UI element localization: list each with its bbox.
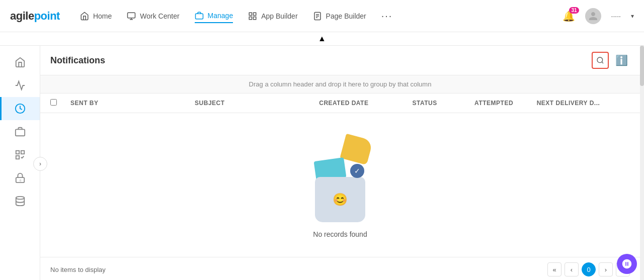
pagination-first[interactable]: « xyxy=(547,262,561,276)
user-icon xyxy=(588,11,598,21)
content-header: Notifications ℹ️ xyxy=(40,46,640,75)
empty-state: 😊 ✓ No records found xyxy=(40,113,640,257)
svg-rect-4 xyxy=(249,13,252,15)
sidebar-tasks-icon xyxy=(15,149,26,160)
check-badge: ✓ xyxy=(350,164,364,178)
pagination-next[interactable]: › xyxy=(599,262,613,276)
nav-page-builder-label: Page Builder xyxy=(326,12,366,20)
nav-more[interactable]: ··· xyxy=(381,10,393,22)
nav-work-center-label: Work Center xyxy=(140,12,179,20)
sidebar-item-briefcase[interactable] xyxy=(0,120,40,143)
sidebar-briefcase-icon xyxy=(15,126,26,137)
chatbot-button[interactable] xyxy=(617,254,637,274)
collapse-icon: ▲ xyxy=(318,34,326,43)
sidebar-home-icon xyxy=(15,57,26,68)
search-icon xyxy=(596,56,604,64)
top-navigation: agilepoint Home Work Center Manage App B… xyxy=(0,0,644,32)
svg-rect-13 xyxy=(15,129,24,136)
col-subject: SUBJECT xyxy=(195,100,319,107)
main-layout: 0 › Notifications ℹ️ Drag a column heade… xyxy=(0,46,644,280)
svg-rect-15 xyxy=(21,151,24,154)
logo-agile: agile xyxy=(10,10,34,22)
chevron-down-icon[interactable]: ▾ xyxy=(631,13,634,20)
nav-work-center[interactable]: Work Center xyxy=(127,10,179,23)
svg-rect-14 xyxy=(16,151,19,154)
pagination-current[interactable]: 0 xyxy=(582,262,596,276)
grid-icon xyxy=(248,12,257,21)
pagination-prev[interactable]: ‹ xyxy=(565,262,579,276)
drag-hint: Drag a column header and drop it here to… xyxy=(40,75,640,94)
col-next-delivery: NEXT DELIVERY D... xyxy=(537,100,630,107)
nav-home[interactable]: Home xyxy=(80,10,112,23)
sidebar-clock-icon xyxy=(15,103,26,114)
col-created-date: CREATED DATE xyxy=(319,100,412,107)
bucket-face: 😊 xyxy=(333,193,348,207)
monitor-icon xyxy=(127,12,136,21)
svg-rect-5 xyxy=(254,13,256,15)
col-attempted: ATTEMPTED xyxy=(474,100,537,107)
sidebar-analytics-icon xyxy=(15,80,26,91)
bell-badge: 31 xyxy=(569,7,579,14)
table-header: SENT BY SUBJECT CREATED DATE STATUS ATTE… xyxy=(40,94,640,113)
svg-rect-7 xyxy=(254,17,256,19)
nav-items: Home Work Center Manage App Builder Page… xyxy=(80,9,562,23)
bucket-body: 😊 xyxy=(315,177,365,222)
chatbot-icon xyxy=(621,258,632,269)
sidebar-item-analytics[interactable] xyxy=(0,74,40,97)
scrollbar[interactable] xyxy=(640,46,644,280)
sidebar-item-clock[interactable] xyxy=(0,97,40,120)
logo[interactable]: agilepoint xyxy=(10,10,60,23)
svg-rect-6 xyxy=(249,17,252,19)
collapse-bar[interactable]: ▲ xyxy=(0,32,644,46)
sidebar-expand-button[interactable]: › xyxy=(33,157,47,171)
nav-manage-label: Manage xyxy=(208,12,233,20)
svg-point-20 xyxy=(597,57,603,63)
svg-rect-0 xyxy=(128,13,135,18)
select-all-checkbox[interactable] xyxy=(50,99,57,106)
sidebar-item-database[interactable] xyxy=(0,190,40,213)
empty-illustration: 😊 ✓ xyxy=(305,132,375,222)
nav-manage[interactable]: Manage xyxy=(195,9,233,23)
logo-point: point xyxy=(34,10,60,22)
select-all-checkbox-container[interactable] xyxy=(50,99,70,108)
header-actions: ℹ️ xyxy=(592,52,630,69)
search-button[interactable] xyxy=(592,52,609,69)
page-icon xyxy=(313,12,322,21)
content-area: Notifications ℹ️ Drag a column header an… xyxy=(40,46,640,280)
nav-right: 🔔 31 ····· ▾ xyxy=(562,8,634,24)
user-name[interactable]: ····· xyxy=(611,12,621,20)
checkmark-icon: ✓ xyxy=(354,167,360,175)
page-title: Notifications xyxy=(50,55,105,66)
nav-app-builder[interactable]: App Builder xyxy=(248,10,297,23)
drag-hint-text: Drag a column header and drop it here to… xyxy=(249,80,432,88)
nav-app-builder-label: App Builder xyxy=(261,12,297,20)
briefcase-icon xyxy=(195,11,204,20)
svg-rect-16 xyxy=(16,156,19,159)
sidebar-expand-icon: › xyxy=(39,160,41,167)
notifications-bell[interactable]: 🔔 31 xyxy=(562,10,575,22)
nav-home-label: Home xyxy=(93,12,112,20)
svg-line-21 xyxy=(602,62,603,63)
table-footer: No items to display « ‹ 0 › » xyxy=(40,257,640,280)
info-button[interactable]: ℹ️ xyxy=(613,52,630,69)
svg-point-19 xyxy=(16,197,24,200)
col-sent-by: SENT BY xyxy=(70,100,195,107)
home-icon xyxy=(80,12,89,21)
paper-yellow xyxy=(340,134,373,165)
scrollbar-thumb[interactable] xyxy=(640,46,644,86)
empty-text: No records found xyxy=(313,230,367,238)
items-info: No items to display xyxy=(50,266,106,273)
svg-rect-3 xyxy=(195,14,203,19)
sidebar-item-lock[interactable]: 0 xyxy=(0,166,40,190)
sidebar-item-home[interactable] xyxy=(0,51,40,74)
user-avatar[interactable] xyxy=(585,8,601,24)
info-icon: ℹ️ xyxy=(615,54,628,66)
col-status: STATUS xyxy=(413,100,475,107)
svg-text:0: 0 xyxy=(20,179,21,182)
sidebar-database-icon xyxy=(15,196,26,207)
nav-page-builder[interactable]: Page Builder xyxy=(313,10,366,23)
sidebar: 0 › xyxy=(0,46,40,280)
sidebar-lock-icon: 0 xyxy=(15,172,26,183)
